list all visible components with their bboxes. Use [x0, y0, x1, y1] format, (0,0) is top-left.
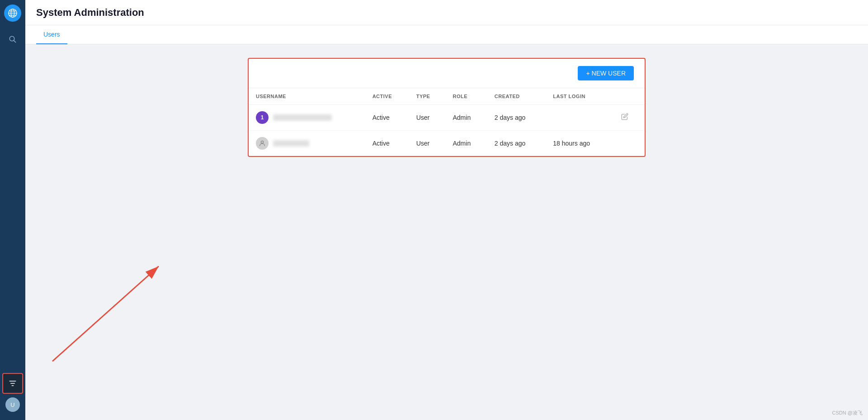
header: System Administration — [25, 0, 868, 25]
user2-role: Admin — [446, 131, 487, 156]
table-row: 1 Active User Admin 2 days ago — [249, 105, 645, 131]
user1-edit-button[interactable] — [619, 111, 630, 124]
svg-line-12 — [52, 266, 159, 361]
table-row: Active User Admin 2 days ago 18 hours ag… — [249, 131, 645, 156]
watermark: CSDN @凌飞 — [832, 410, 863, 416]
user2-last-login: 18 hours ago — [546, 131, 612, 156]
col-actions — [612, 88, 645, 105]
user2-created: 2 days ago — [487, 131, 546, 156]
user-avatar[interactable]: U — [5, 397, 20, 412]
user1-role: Admin — [446, 105, 487, 131]
sidebar-bottom: U — [2, 373, 23, 415]
users-panel: + NEW USER USERNAME ACTIVE TYPE ROLE CRE… — [248, 58, 646, 157]
col-active: ACTIVE — [365, 88, 409, 105]
user1-type: User — [409, 105, 446, 131]
sidebar-logo[interactable] — [4, 5, 21, 22]
col-last-login: LAST LOGIN — [546, 88, 612, 105]
sidebar: U — [0, 0, 25, 420]
content-area: + NEW USER USERNAME ACTIVE TYPE ROLE CRE… — [25, 44, 868, 420]
user2-username-blurred — [273, 140, 309, 146]
table-header-row: USERNAME ACTIVE TYPE ROLE CREATED LAST L… — [249, 88, 645, 105]
tab-users[interactable]: Users — [36, 25, 67, 44]
user2-avatar — [256, 137, 269, 150]
user1-username-cell: 1 — [249, 105, 365, 131]
user1-last-login — [546, 105, 612, 131]
col-role: ROLE — [446, 88, 487, 105]
user2-username-cell — [249, 131, 365, 156]
user1-active: Active — [365, 105, 409, 131]
search-icon[interactable] — [4, 31, 21, 48]
user2-actions — [612, 131, 645, 156]
user2-type: User — [409, 131, 446, 156]
panel-toolbar: + NEW USER — [249, 59, 645, 88]
tab-bar: Users — [25, 25, 868, 44]
main-area: System Administration Users + NEW USER U… — [25, 0, 868, 420]
svg-line-6 — [14, 41, 16, 42]
users-table: USERNAME ACTIVE TYPE ROLE CREATED LAST L… — [249, 88, 645, 156]
user2-active: Active — [365, 131, 409, 156]
user1-actions — [612, 105, 645, 131]
svg-point-10 — [261, 141, 263, 143]
col-username: USERNAME — [249, 88, 365, 105]
user1-username-blurred — [273, 114, 332, 121]
user1-avatar: 1 — [256, 111, 269, 124]
col-created: CREATED — [487, 88, 546, 105]
arrow-annotation — [25, 253, 165, 366]
user1-created: 2 days ago — [487, 105, 546, 131]
new-user-button[interactable]: + NEW USER — [578, 66, 634, 80]
page-title: System Administration — [36, 7, 144, 19]
filter-button[interactable] — [2, 373, 23, 394]
col-type: TYPE — [409, 88, 446, 105]
